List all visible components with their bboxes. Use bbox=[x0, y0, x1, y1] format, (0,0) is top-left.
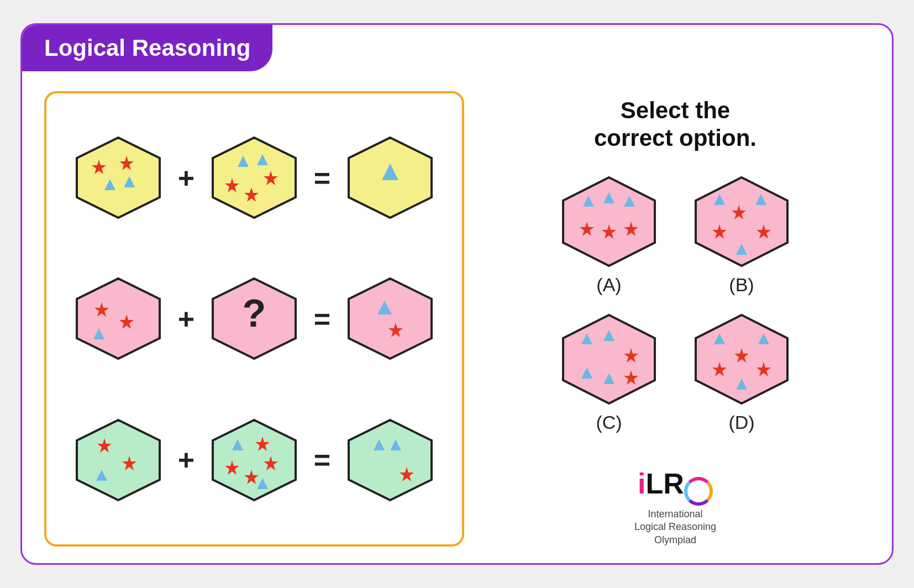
logo-subtitle: International Logical Reasoning Olympiad bbox=[634, 508, 716, 547]
option-d[interactable]: (D) bbox=[689, 312, 794, 433]
logo-graphic: iLR bbox=[638, 469, 713, 506]
instruction-line1: Select the bbox=[621, 97, 730, 123]
svg-text:?: ? bbox=[243, 292, 266, 335]
svg-marker-26 bbox=[213, 420, 296, 500]
puzzle-row-1: + = bbox=[57, 135, 451, 221]
puzzle-panel: + = bbox=[44, 91, 464, 547]
option-b-label: (B) bbox=[729, 274, 754, 296]
hex-1c bbox=[343, 135, 437, 221]
svg-marker-51 bbox=[563, 315, 655, 403]
puzzle-row-2: + ? = bbox=[57, 276, 451, 361]
content-area: + = bbox=[22, 75, 892, 563]
hex-option-b bbox=[689, 175, 794, 269]
logo-o-circle bbox=[684, 477, 713, 506]
hex-3b bbox=[207, 417, 301, 503]
hex-3c-result bbox=[343, 417, 437, 503]
option-a-label: (A) bbox=[596, 274, 621, 296]
svg-marker-0 bbox=[77, 138, 160, 218]
plus-op-1: + bbox=[175, 161, 197, 195]
hex-1a bbox=[71, 135, 165, 221]
logo-area: iLR International Logical Reasoning Olym… bbox=[634, 469, 716, 547]
option-c[interactable]: (C) bbox=[556, 312, 661, 433]
equals-op-1: = bbox=[311, 161, 333, 195]
main-card: Logical Reasoning + bbox=[20, 23, 894, 565]
puzzle-row-3: + = bbox=[57, 417, 451, 503]
hex-2c-result bbox=[343, 276, 437, 361]
hex-1b bbox=[207, 135, 301, 221]
option-a[interactable]: (A) bbox=[556, 175, 661, 296]
logo-l: L bbox=[646, 468, 664, 500]
hex-option-c bbox=[556, 312, 661, 406]
options-panel: Select the correct option. bbox=[481, 91, 870, 547]
logo-subtitle-line3: Olympiad bbox=[654, 534, 696, 545]
svg-marker-37 bbox=[563, 177, 655, 266]
option-b[interactable]: (B) bbox=[689, 175, 794, 296]
equals-op-2: = bbox=[311, 302, 333, 335]
option-d-label: (D) bbox=[728, 412, 754, 433]
hex-3a bbox=[71, 417, 165, 503]
hex-option-a bbox=[556, 175, 661, 269]
logo-subtitle-line1: International bbox=[648, 508, 702, 519]
logo-r: R bbox=[663, 468, 684, 500]
option-c-label: (C) bbox=[596, 412, 622, 433]
plus-op-3: + bbox=[175, 443, 197, 476]
svg-marker-33 bbox=[349, 420, 432, 500]
logo-i: i bbox=[638, 468, 645, 500]
plus-op-2: + bbox=[175, 302, 197, 335]
instruction-line2: correct option. bbox=[594, 125, 757, 151]
header-badge: Logical Reasoning bbox=[22, 25, 272, 71]
svg-marker-5 bbox=[213, 138, 296, 218]
svg-marker-13 bbox=[77, 279, 160, 359]
svg-marker-22 bbox=[77, 420, 160, 500]
hex-option-d bbox=[689, 312, 794, 406]
hex-2a bbox=[71, 276, 165, 361]
header-title: Logical Reasoning bbox=[44, 35, 250, 61]
svg-marker-19 bbox=[349, 279, 432, 359]
options-grid: (A) (B) bbox=[556, 175, 794, 433]
logo-subtitle-line2: Logical Reasoning bbox=[634, 521, 716, 532]
instruction-text: Select the correct option. bbox=[594, 97, 757, 153]
hex-2b-question: ? bbox=[207, 276, 301, 361]
equals-op-3: = bbox=[311, 443, 333, 476]
